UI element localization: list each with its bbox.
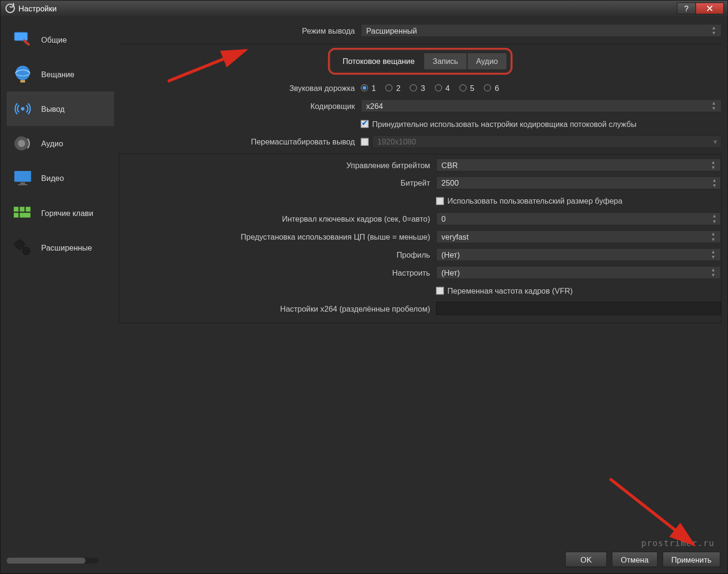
dialog-buttons: OK Отмена Применить [565, 552, 720, 567]
updown-icon: ▲▼ [711, 214, 718, 224]
svg-rect-8 [14, 171, 31, 182]
help-button[interactable]: ? [677, 2, 696, 14]
divider [119, 44, 721, 44]
svg-rect-12 [20, 207, 25, 212]
updown-icon: ▲▼ [710, 249, 717, 260]
tune-label: Настроить [119, 268, 436, 277]
audio-track-radio-label: 4 [445, 83, 450, 92]
rescale-label: Перемасштабировать вывод [119, 137, 361, 146]
updown-icon: ▲▼ [710, 100, 718, 111]
wrench-icon [10, 27, 35, 52]
sidebar-item-label: Горячие клави [41, 208, 93, 217]
audio-track-radio-5[interactable] [459, 84, 466, 91]
rescale-row: Перемасштабировать вывод 1920x1080 ▾ [119, 133, 721, 150]
sidebar-item-output[interactable]: Вывод [7, 91, 114, 126]
x264opts-row: Настройки x264 (разделённые пробелом) [119, 300, 721, 317]
tab-streaming[interactable]: Потоковое вещание [334, 53, 424, 70]
audio-track-radio-label: 1 [372, 83, 376, 92]
tune-row: Настроить (Нет) ▲▼ [119, 264, 721, 281]
vfr-label: Переменная частота кадров (VFR) [447, 286, 573, 295]
rescale-select[interactable]: 1920x1080 ▾ [372, 135, 721, 148]
svg-rect-10 [18, 184, 27, 186]
x264opts-input[interactable] [436, 302, 721, 315]
ok-button[interactable]: OK [565, 552, 607, 567]
keyframe-input[interactable]: 0 ▲▼ [436, 212, 721, 225]
profile-row: Профиль (Нет) ▲▼ [119, 246, 721, 263]
custom-buffer-checkbox[interactable] [436, 197, 444, 205]
watermark: prostrimer.ru [641, 538, 715, 548]
obs-icon [5, 4, 15, 13]
sidebar-item-general[interactable]: Общие [7, 22, 114, 57]
close-button[interactable]: ✕ [695, 2, 724, 14]
content-pane: Режим вывода Расширенный ▲▼ Потоковое ве… [119, 22, 721, 567]
titlebar: Настройки ? ✕ [0, 0, 728, 16]
svg-rect-11 [14, 207, 18, 212]
sidebar-item-stream[interactable]: Вещание [7, 57, 114, 91]
audio-track-radio-1[interactable] [361, 84, 368, 91]
custom-buffer-label: Использовать пользовательский размер буф… [447, 197, 622, 206]
profile-label: Профиль [119, 250, 436, 259]
tune-select[interactable]: (Нет) ▲▼ [436, 266, 721, 279]
svg-point-19 [25, 250, 27, 252]
audio-track-radio-6[interactable] [484, 84, 491, 91]
enforce-encoder-row: Принудительно использовать настройки код… [119, 116, 721, 132]
rescale-checkbox[interactable] [361, 138, 368, 145]
audio-track-row: Звуковая дорожка 123456 [119, 80, 721, 96]
profile-select[interactable]: (Нет) ▲▼ [436, 248, 721, 261]
globe-icon [10, 62, 35, 87]
bitrate-label: Битрейт [119, 179, 436, 188]
svg-point-2 [16, 66, 30, 80]
sidebar-item-advanced[interactable]: Расширенные [7, 230, 114, 265]
audio-track-radio-3[interactable] [410, 84, 417, 91]
cpu-preset-value: veryfast [442, 232, 469, 241]
cancel-button[interactable]: Отмена [612, 552, 658, 567]
audio-track-options: 123456 [361, 83, 721, 92]
audio-track-radio-label: 3 [421, 83, 425, 92]
svg-point-17 [18, 243, 21, 246]
sidebar: Общие Вещание Вывод [7, 22, 114, 567]
bitrate-input[interactable]: 2500 ▲▼ [436, 176, 721, 189]
bitrate-row: Битрейт 2500 ▲▼ [119, 175, 721, 191]
speaker-icon [10, 131, 35, 156]
tune-value: (Нет) [442, 268, 460, 277]
rate-control-label: Управление битрейтом [119, 161, 436, 170]
sidebar-item-label: Видео [41, 174, 64, 183]
tab-audio[interactable]: Аудио [467, 53, 507, 70]
apply-button[interactable]: Применить [662, 552, 720, 567]
sidebar-scrollbar[interactable] [7, 557, 98, 564]
encoder-select[interactable]: x264 ▲▼ [361, 99, 721, 112]
bitrate-value: 2500 [442, 179, 459, 188]
tab-recording[interactable]: Запись [424, 53, 467, 70]
keyframe-label: Интервал ключевых кадров (сек, 0=авто) [119, 214, 436, 223]
keyframe-row: Интервал ключевых кадров (сек, 0=авто) 0… [119, 210, 721, 227]
sidebar-item-audio[interactable]: Аудио [7, 126, 114, 161]
cpu-preset-select[interactable]: veryfast ▲▼ [436, 230, 721, 243]
audio-track-radio-2[interactable] [385, 84, 392, 91]
output-mode-label: Режим вывода [119, 26, 361, 35]
svg-point-5 [21, 107, 25, 111]
rescale-value: 1920x1080 [378, 137, 416, 146]
rate-control-row: Управление битрейтом CBR ▲▼ [119, 157, 721, 173]
window-body: Общие Вещание Вывод [0, 16, 728, 573]
vfr-checkbox[interactable] [436, 287, 444, 294]
rate-control-select[interactable]: CBR ▲▼ [436, 158, 721, 171]
sidebar-item-label: Вывод [41, 104, 65, 113]
audio-track-radio-label: 5 [470, 83, 474, 92]
settings-window: Настройки ? ✕ Общие Вещание [0, 0, 728, 574]
enforce-encoder-checkbox[interactable] [361, 120, 368, 127]
monitor-icon [10, 166, 35, 191]
chevron-down-icon: ▾ [713, 137, 718, 146]
sidebar-item-label: Расширенные [41, 243, 92, 252]
output-mode-select[interactable]: Расширенный ▲▼ [361, 24, 721, 37]
svg-rect-0 [14, 32, 27, 41]
svg-rect-9 [20, 182, 25, 184]
svg-rect-15 [20, 213, 31, 217]
sidebar-item-label: Общие [41, 35, 67, 44]
audio-track-radio-4[interactable] [435, 84, 442, 91]
audio-track-radio-label: 2 [396, 83, 400, 92]
updown-icon: ▲▼ [710, 231, 717, 242]
updown-icon: ▲▼ [710, 25, 718, 36]
sidebar-item-hotkeys[interactable]: Горячие клави [7, 196, 114, 230]
output-mode-value: Расширенный [366, 26, 417, 35]
sidebar-item-video[interactable]: Видео [7, 161, 114, 195]
